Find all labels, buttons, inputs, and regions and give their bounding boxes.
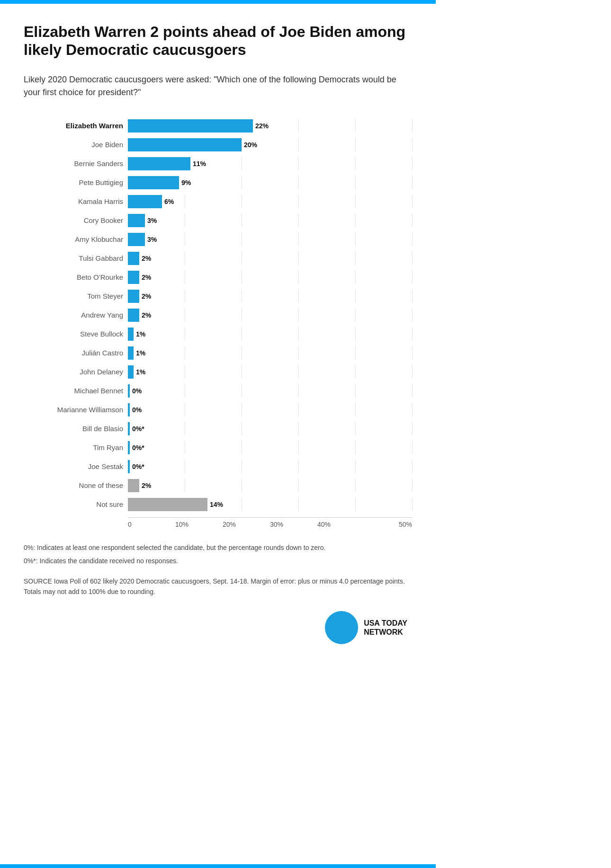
bar-value: 14%: [210, 501, 223, 508]
bar-row: Not sure14%: [24, 496, 412, 513]
grid-line: [298, 290, 299, 303]
grid-line: [412, 309, 413, 322]
grid-line: [298, 460, 299, 473]
grid-line: [355, 195, 356, 208]
grid-line: [242, 346, 242, 360]
grid-line: [242, 233, 242, 246]
bar-label: Andrew Yang: [24, 311, 128, 319]
bar-label: Joe Biden: [24, 141, 128, 149]
logo-text: USA TODAY NETWORK: [364, 619, 407, 637]
bar-label: Tom Steyer: [24, 292, 128, 300]
x-tick: 30%: [270, 521, 317, 528]
bar-label: Kamala Harris: [24, 197, 128, 205]
bar-value: 2%: [142, 255, 151, 262]
grid-line: [185, 233, 185, 246]
bar: [128, 309, 139, 322]
grid-line: [242, 365, 242, 379]
grid-line: [298, 214, 299, 227]
bar-row: Pete Buttigieg9%: [24, 175, 412, 191]
bar: [128, 498, 207, 511]
bar-row: Bill de Blasio0%*: [24, 421, 412, 437]
bar-label: Cory Booker: [24, 216, 128, 224]
bar-row: Elizabeth Warren22%: [24, 118, 412, 134]
bar-wrapper: 0%*: [128, 441, 412, 454]
bar-label: None of these: [24, 481, 128, 489]
bar-row: Michael Bennet0%: [24, 383, 412, 399]
bar-value: 0%: [132, 406, 142, 414]
bar-value: 20%: [244, 141, 257, 149]
bar-value: 3%: [147, 236, 157, 243]
grid-line: [242, 252, 242, 265]
grid-line: [355, 498, 356, 511]
grid-line: [355, 441, 356, 454]
bar-wrapper: 14%: [128, 498, 412, 511]
grid-line: [298, 498, 299, 511]
bar-label: Pete Buttigieg: [24, 178, 128, 186]
bar-value: 2%: [142, 482, 151, 489]
bar-row: John Delaney1%: [24, 364, 412, 380]
grid-line: [412, 403, 413, 416]
bar: [128, 441, 130, 454]
grid-line: [298, 365, 299, 379]
bar: [128, 233, 145, 246]
bar-label: Joe Sestak: [24, 462, 128, 470]
bar-row: Marianne Williamson0%: [24, 402, 412, 418]
grid-line: [298, 195, 299, 208]
grid-line: [185, 365, 185, 379]
bar-wrapper: 0%*: [128, 422, 412, 435]
grid-line: [185, 252, 185, 265]
grid-line: [242, 290, 242, 303]
bar-row: Cory Booker3%: [24, 213, 412, 229]
bar-label: Beto O'Rourke: [24, 273, 128, 281]
bar-label: Julián Castro: [24, 349, 128, 357]
bar: [128, 403, 130, 416]
grid-line: [298, 176, 299, 189]
grid-line: [412, 365, 413, 379]
bar-wrapper: 2%: [128, 479, 412, 492]
grid-line: [298, 233, 299, 246]
bar-row: Amy Klobuchar3%: [24, 231, 412, 248]
grid-line: [242, 328, 242, 341]
grid-line: [298, 403, 299, 416]
bar-wrapper: 2%: [128, 290, 412, 303]
grid-line: [298, 384, 299, 398]
grid-line: [298, 441, 299, 454]
grid-line: [355, 403, 356, 416]
bar-row: None of these2%: [24, 478, 412, 494]
bar: [128, 157, 190, 170]
footnote-line1: 0%: Indicates at least one respondent se…: [24, 542, 412, 553]
x-tick: 0: [128, 521, 175, 528]
grid-line: [298, 157, 299, 170]
grid-line: [242, 271, 242, 284]
x-axis: 010%20%30%40%50%: [128, 517, 412, 528]
grid-line: [412, 498, 413, 511]
footnotes: 0%: Indicates at least one respondent se…: [24, 542, 412, 567]
grid-line: [412, 422, 413, 435]
grid-line: [185, 479, 185, 492]
grid-line: [185, 403, 185, 416]
bar-row: Bernie Sanders11%: [24, 156, 412, 172]
bar: [128, 271, 139, 284]
bar-wrapper: 2%: [128, 271, 412, 284]
grid-line: [242, 384, 242, 398]
grid-line: [185, 195, 185, 208]
grid-line: [355, 309, 356, 322]
grid-line: [242, 441, 242, 454]
logo-area: USA TODAY NETWORK: [24, 611, 412, 644]
grid-line: [242, 403, 242, 416]
bar-label: Marianne Williamson: [24, 406, 128, 414]
grid-line: [355, 460, 356, 473]
grid-line: [412, 195, 413, 208]
bar-value: 2%: [142, 274, 151, 281]
bar-row: Joe Biden20%: [24, 137, 412, 153]
grid-line: [242, 214, 242, 227]
grid-line: [185, 290, 185, 303]
top-bar: [0, 0, 436, 4]
grid-line: [355, 176, 356, 189]
bar-value: 2%: [142, 292, 151, 300]
bar: [128, 346, 134, 360]
grid-line: [185, 214, 185, 227]
bar: [128, 384, 130, 398]
grid-line: [298, 271, 299, 284]
grid-line: [185, 460, 185, 473]
